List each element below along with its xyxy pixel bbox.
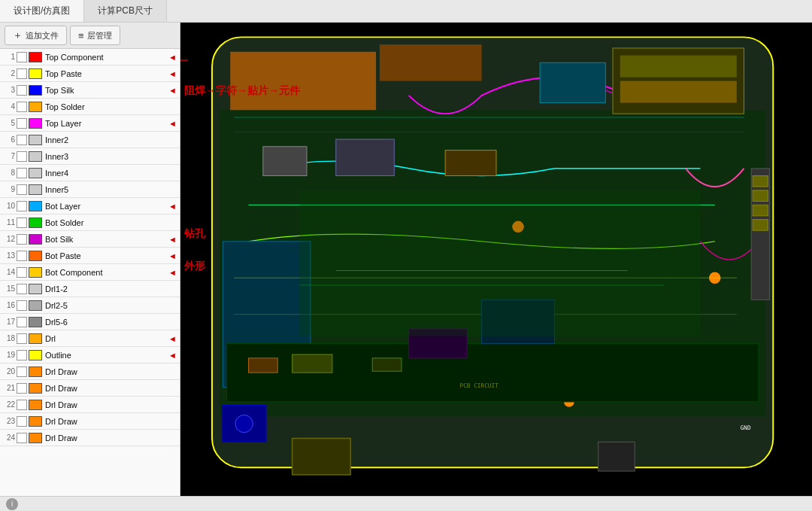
toolbar: ＋ 追加文件 ≡ 层管理 [0,23,180,49]
layer-row-15[interactable]: 15Drl1-2 [0,281,180,297]
layer-row-22[interactable]: 22Drl Draw [0,397,180,413]
layer-num: 21 [2,384,17,392]
layer-arrow-icon: ◄ [168,202,177,211]
layer-arrow-icon: ◄ [168,351,177,360]
layer-color-box [29,333,42,344]
svg-rect-7 [620,81,737,103]
layer-color-box [29,400,42,410]
layer-row-14[interactable]: 14Bot Component◄ [0,264,180,281]
layer-row-21[interactable]: 21Drl Draw [0,380,180,397]
layer-row-4[interactable]: 4Top Solder [0,99,180,115]
layer-color-box [29,135,42,145]
layer-checkbox[interactable] [17,251,27,261]
layer-checkbox[interactable] [17,416,27,427]
layer-row-11[interactable]: 11Bot Solder [0,214,180,231]
layer-color-box [29,68,42,79]
svg-rect-27 [751,169,769,300]
layer-label: Drl5-6 [45,318,178,327]
layer-checkbox[interactable] [17,367,27,377]
layer-color-box [29,217,42,228]
layer-checkbox[interactable] [17,217,27,228]
layer-label: Top Paste [45,69,168,78]
layer-row-20[interactable]: 20Drl Draw [0,363,180,380]
layer-color-box [29,284,42,294]
layer-row-6[interactable]: 6Inner2 [0,132,180,148]
layer-checkbox[interactable] [17,284,27,294]
layer-color-box [29,168,42,178]
svg-rect-23 [598,442,635,471]
layer-row-23[interactable]: 23Drl Draw [0,413,180,430]
layer-checkbox[interactable] [17,68,27,79]
layer-label: Bot Paste [45,251,168,260]
layer-num: 2 [2,69,17,78]
layer-row-7[interactable]: 7Inner3 [0,148,180,165]
main-content: ＋ 追加文件 ≡ 层管理 1Top Component◄2Top Paste◄3… [0,23,812,496]
layer-checkbox[interactable] [17,102,27,112]
layer-checkbox[interactable] [17,333,27,344]
layer-arrow-icon: ◄ [168,86,177,95]
layer-color-box [29,151,42,162]
layer-color-box [29,234,42,245]
svg-rect-10 [445,151,496,176]
layer-checkbox[interactable] [17,317,27,327]
layer-checkbox[interactable] [17,300,27,311]
layer-checkbox[interactable] [17,400,27,410]
layer-row-19[interactable]: 19Outline◄ [0,347,180,363]
layer-checkbox[interactable] [17,383,27,394]
plus-icon: ＋ [13,29,23,42]
layer-num: 3 [2,86,17,94]
layer-row-5[interactable]: 5Top Layer◄ [0,115,180,132]
layer-row-17[interactable]: 17Drl5-6 [0,314,180,330]
tab-design[interactable]: 设计图/仿真图 [0,0,84,22]
layer-checkbox[interactable] [17,135,27,145]
layer-row-2[interactable]: 2Top Paste◄ [0,65,180,82]
layer-checkbox[interactable] [17,85,27,96]
layer-checkbox[interactable] [17,201,27,211]
svg-rect-21 [372,358,401,371]
tab-calc[interactable]: 计算PCB尺寸 [84,0,167,22]
layer-checkbox[interactable] [17,118,27,129]
svg-rect-19 [248,358,277,373]
layer-checkbox[interactable] [17,184,27,195]
layer-row-1[interactable]: 1Top Component◄ [0,49,180,65]
layer-num: 18 [2,334,17,342]
layer-checkbox[interactable] [17,168,27,178]
layer-row-3[interactable]: 3Top Silk◄ [0,82,180,99]
layer-label: Outline [45,351,168,360]
layer-color-box [29,118,42,129]
pcb-svg: PCB CIRCUIT GND [180,23,812,496]
layer-row-16[interactable]: 16Drl2-5 [0,297,180,314]
bottom-bar: i [0,496,812,511]
svg-point-38 [235,415,253,432]
svg-text:PCB CIRCUIT: PCB CIRCUIT [460,382,499,389]
layer-row-9[interactable]: 9Inner5 [0,181,180,198]
pcb-canvas: PCB CIRCUIT GND [180,23,812,496]
layers-icon: ≡ [78,30,84,41]
status-icon: i [6,498,18,510]
layer-label: Inner4 [45,169,178,178]
layer-color-box [29,102,42,112]
layer-row-18[interactable]: 18Drl◄ [0,330,180,347]
layer-num: 17 [2,318,17,326]
layer-mgr-button[interactable]: ≡ 层管理 [70,26,120,45]
layer-row-10[interactable]: 10Bot Layer◄ [0,198,180,214]
layer-color-box [29,350,42,360]
layer-color-box [29,433,42,443]
layer-arrow-icon: ◄ [168,53,177,62]
layer-checkbox[interactable] [17,350,27,360]
layer-checkbox[interactable] [17,52,27,62]
layer-row-12[interactable]: 12Bot Silk◄ [0,231,180,248]
layer-row-8[interactable]: 8Inner4 [0,165,180,181]
layer-checkbox[interactable] [17,267,27,278]
svg-rect-20 [292,354,332,373]
layer-arrow-icon: ◄ [168,235,177,244]
svg-rect-22 [292,438,351,474]
add-file-button[interactable]: ＋ 追加文件 [5,26,67,45]
svg-rect-30 [753,205,768,216]
layer-checkbox[interactable] [17,151,27,162]
layer-row-13[interactable]: 13Bot Paste◄ [0,248,180,264]
layer-checkbox[interactable] [17,234,27,245]
layer-row-24[interactable]: 24Drl Draw [0,430,180,446]
layer-label: Inner2 [45,135,178,144]
layer-checkbox[interactable] [17,433,27,443]
